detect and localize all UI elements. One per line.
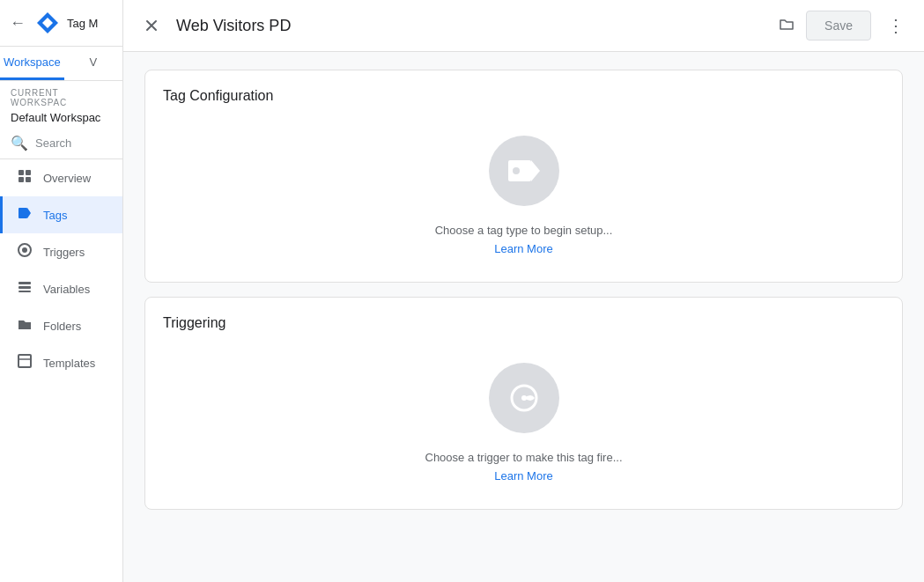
sidebar-item-templates[interactable]: Templates (0, 344, 122, 381)
sidebar-tabs: Workspace V (0, 47, 122, 81)
tag-configuration-hint: Choose a tag type to begin setup... (435, 224, 613, 237)
triggering-hint: Choose a trigger to make this tag fire..… (425, 451, 623, 464)
main-area: Web Visitors PD Save ⋮ Tag Configuration (123, 0, 924, 582)
tag-placeholder-icon[interactable] (489, 136, 559, 206)
sidebar-item-templates-label: Templates (43, 357, 95, 370)
overview-icon (17, 168, 33, 188)
svg-marker-15 (531, 160, 540, 181)
svg-rect-11 (18, 286, 31, 289)
dialog-panel: Web Visitors PD Save ⋮ Tag Configuration (123, 0, 924, 582)
tab-workspace[interactable]: Workspace (0, 47, 64, 80)
dialog-header: Web Visitors PD Save ⋮ (123, 0, 924, 52)
svg-rect-3 (26, 170, 31, 175)
svg-rect-10 (18, 282, 31, 284)
tag-configuration-learn-more[interactable]: Learn More (494, 242, 552, 255)
triggering-placeholder-icon[interactable] (489, 363, 559, 433)
sidebar-item-tags-label: Tags (43, 209, 67, 222)
tag-configuration-title: Tag Configuration (163, 88, 273, 104)
svg-rect-2 (18, 170, 24, 175)
sidebar: ← Tag M Workspace V CURRENT WORKSPAC Def… (0, 0, 123, 582)
tab-version[interactable]: V (64, 47, 122, 80)
sidebar-item-triggers-label: Triggers (43, 246, 85, 259)
templates-icon (17, 353, 33, 372)
svg-rect-12 (18, 291, 31, 292)
tag-configuration-card: Tag Configuration Choose a tag type to b… (144, 70, 903, 283)
close-button[interactable] (137, 11, 166, 40)
svg-marker-7 (27, 208, 31, 218)
more-button[interactable]: ⋮ (882, 11, 910, 40)
folders-icon (17, 316, 33, 335)
svg-point-9 (22, 247, 27, 253)
nav-items: Overview Tags Triggers (0, 159, 122, 582)
workspace-section: CURRENT WORKSPAC Default Workspac (0, 81, 122, 128)
tags-icon (17, 205, 33, 225)
sidebar-item-overview-label: Overview (43, 172, 91, 185)
svg-point-18 (521, 395, 527, 401)
workspace-name: Default Workspac (11, 111, 112, 124)
sidebar-item-triggers[interactable]: Triggers (0, 233, 122, 270)
app-logo (35, 11, 60, 35)
triggering-card: Triggering Choose a trigger to make this… (144, 297, 903, 510)
workspace-label: CURRENT WORKSPAC (11, 88, 112, 107)
sidebar-item-tags[interactable]: Tags (0, 196, 122, 233)
sidebar-item-variables[interactable]: Variables (0, 270, 122, 307)
dialog-content: Tag Configuration Choose a tag type to b… (123, 52, 924, 582)
svg-rect-4 (18, 177, 24, 182)
save-button[interactable]: Save (806, 11, 871, 41)
triggers-icon (17, 242, 33, 262)
search-icon: 🔍 (11, 135, 28, 151)
sidebar-item-folders-label: Folders (43, 320, 81, 333)
variables-icon (17, 279, 33, 298)
search-bar[interactable]: 🔍 Search (0, 128, 122, 159)
sidebar-item-overview[interactable]: Overview (0, 159, 122, 196)
back-button[interactable]: ← (7, 12, 28, 33)
sidebar-item-variables-label: Variables (43, 283, 90, 296)
svg-rect-13 (18, 355, 31, 367)
sidebar-header: ← Tag M (0, 0, 122, 47)
dialog-title: Web Visitors PD (176, 17, 767, 35)
search-label: Search (35, 136, 71, 150)
svg-point-16 (513, 167, 520, 174)
svg-rect-6 (18, 208, 27, 218)
svg-rect-5 (26, 177, 31, 182)
tag-configuration-body: Choose a tag type to begin setup... Lear… (163, 118, 884, 264)
triggering-learn-more[interactable]: Learn More (494, 469, 552, 483)
sidebar-item-folders[interactable]: Folders (0, 307, 122, 344)
app-name: Tag M (67, 17, 98, 30)
triggering-body: Choose a trigger to make this tag fire..… (163, 345, 884, 491)
folder-icon[interactable] (778, 15, 795, 37)
triggering-title: Triggering (163, 315, 225, 331)
